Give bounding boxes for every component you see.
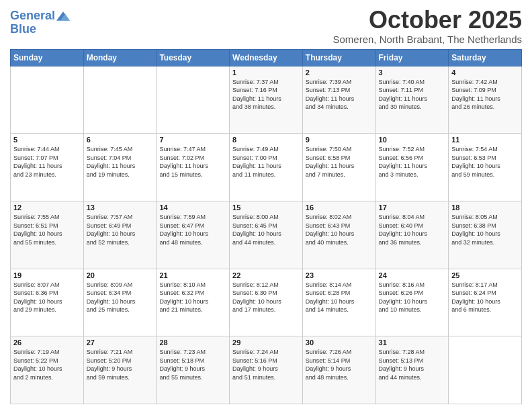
- day-number: 3: [379, 68, 446, 77]
- day-info: Sunrise: 7:55 AM Sunset: 6:51 PM Dayligh…: [13, 213, 81, 246]
- calendar-cell: 19Sunrise: 8:07 AM Sunset: 6:36 PM Dayli…: [11, 269, 84, 336]
- calendar-cell: 17Sunrise: 8:04 AM Sunset: 6:40 PM Dayli…: [375, 201, 449, 269]
- day-info: Sunrise: 8:07 AM Sunset: 6:36 PM Dayligh…: [13, 281, 81, 314]
- calendar-cell: 20Sunrise: 8:09 AM Sunset: 6:34 PM Dayli…: [83, 269, 157, 336]
- day-number: 11: [451, 136, 519, 144]
- day-number: 7: [159, 136, 226, 144]
- day-info: Sunrise: 7:44 AM Sunset: 7:07 PM Dayligh…: [13, 145, 81, 179]
- day-number: 6: [87, 136, 154, 144]
- calendar-cell: [157, 66, 230, 134]
- calendar-week-0: 1Sunrise: 7:37 AM Sunset: 7:16 PM Daylig…: [11, 66, 522, 134]
- day-number: 22: [232, 271, 300, 279]
- calendar-cell: 31Sunrise: 7:28 AM Sunset: 5:13 PM Dayli…: [375, 336, 449, 404]
- day-info: Sunrise: 7:39 AM Sunset: 7:13 PM Dayligh…: [306, 78, 373, 111]
- day-info: Sunrise: 8:02 AM Sunset: 6:43 PM Dayligh…: [306, 213, 373, 246]
- calendar-cell: 4Sunrise: 7:42 AM Sunset: 7:09 PM Daylig…: [449, 66, 522, 134]
- calendar-cell: 22Sunrise: 8:12 AM Sunset: 6:30 PM Dayli…: [230, 269, 303, 336]
- calendar-cell: 7Sunrise: 7:47 AM Sunset: 7:02 PM Daylig…: [157, 134, 230, 201]
- logo-text: General: [10, 9, 55, 23]
- day-info: Sunrise: 7:59 AM Sunset: 6:47 PM Dayligh…: [159, 213, 226, 246]
- day-info: Sunrise: 8:04 AM Sunset: 6:40 PM Dayligh…: [379, 213, 446, 246]
- day-info: Sunrise: 7:23 AM Sunset: 5:18 PM Dayligh…: [159, 348, 226, 381]
- day-number: 23: [306, 271, 373, 279]
- calendar-cell: 5Sunrise: 7:44 AM Sunset: 7:07 PM Daylig…: [11, 134, 84, 201]
- month-title: October 2025: [332, 7, 522, 34]
- calendar-cell: 8Sunrise: 7:49 AM Sunset: 7:00 PM Daylig…: [230, 134, 303, 201]
- day-number: 1: [232, 68, 300, 77]
- calendar-week-4: 26Sunrise: 7:19 AM Sunset: 5:22 PM Dayli…: [11, 336, 522, 404]
- day-info: Sunrise: 8:14 AM Sunset: 6:28 PM Dayligh…: [306, 281, 373, 314]
- calendar-header-row: SundayMondayTuesdayWednesdayThursdayFrid…: [11, 49, 522, 66]
- day-info: Sunrise: 7:50 AM Sunset: 6:58 PM Dayligh…: [306, 145, 373, 179]
- day-info: Sunrise: 7:26 AM Sunset: 5:14 PM Dayligh…: [306, 348, 373, 381]
- day-number: 10: [379, 136, 446, 144]
- calendar-cell: [11, 66, 84, 134]
- calendar-cell: 11Sunrise: 7:54 AM Sunset: 6:53 PM Dayli…: [449, 134, 522, 201]
- day-info: Sunrise: 7:37 AM Sunset: 7:16 PM Dayligh…: [232, 78, 300, 111]
- day-info: Sunrise: 8:00 AM Sunset: 6:45 PM Dayligh…: [232, 213, 300, 246]
- day-number: 25: [451, 271, 519, 279]
- day-info: Sunrise: 8:17 AM Sunset: 6:24 PM Dayligh…: [451, 281, 519, 314]
- day-number: 24: [379, 271, 446, 279]
- day-number: 15: [232, 203, 300, 212]
- calendar-cell: 13Sunrise: 7:57 AM Sunset: 6:49 PM Dayli…: [83, 201, 157, 269]
- calendar-cell: 10Sunrise: 7:52 AM Sunset: 6:56 PM Dayli…: [375, 134, 449, 201]
- calendar-cell: 3Sunrise: 7:40 AM Sunset: 7:11 PM Daylig…: [375, 66, 449, 134]
- day-number: 12: [13, 203, 81, 212]
- calendar-week-2: 12Sunrise: 7:55 AM Sunset: 6:51 PM Dayli…: [11, 201, 522, 269]
- day-info: Sunrise: 8:05 AM Sunset: 6:38 PM Dayligh…: [451, 213, 519, 246]
- calendar-cell: 21Sunrise: 8:10 AM Sunset: 6:32 PM Dayli…: [157, 269, 230, 336]
- day-info: Sunrise: 8:16 AM Sunset: 6:26 PM Dayligh…: [379, 281, 446, 314]
- day-info: Sunrise: 7:57 AM Sunset: 6:49 PM Dayligh…: [87, 213, 154, 246]
- logo: General Blue: [10, 9, 70, 36]
- page: General Blue October 2025 Someren, North…: [0, 0, 532, 411]
- day-number: 29: [232, 338, 300, 347]
- calendar-cell: 15Sunrise: 8:00 AM Sunset: 6:45 PM Dayli…: [230, 201, 303, 269]
- day-number: 2: [306, 68, 373, 77]
- day-info: Sunrise: 7:24 AM Sunset: 5:16 PM Dayligh…: [232, 348, 300, 381]
- calendar-week-1: 5Sunrise: 7:44 AM Sunset: 7:07 PM Daylig…: [11, 134, 522, 201]
- calendar-cell: 18Sunrise: 8:05 AM Sunset: 6:38 PM Dayli…: [449, 201, 522, 269]
- day-header-thursday: Thursday: [302, 49, 375, 66]
- day-info: Sunrise: 7:40 AM Sunset: 7:11 PM Dayligh…: [379, 78, 446, 111]
- calendar-cell: 30Sunrise: 7:26 AM Sunset: 5:14 PM Dayli…: [302, 336, 375, 404]
- day-header-friday: Friday: [375, 49, 449, 66]
- calendar-week-3: 19Sunrise: 8:07 AM Sunset: 6:36 PM Dayli…: [11, 269, 522, 336]
- day-number: 14: [159, 203, 226, 212]
- calendar-cell: 27Sunrise: 7:21 AM Sunset: 5:20 PM Dayli…: [83, 336, 157, 404]
- day-info: Sunrise: 7:45 AM Sunset: 7:04 PM Dayligh…: [87, 145, 154, 179]
- calendar-cell: 29Sunrise: 7:24 AM Sunset: 5:16 PM Dayli…: [230, 336, 303, 404]
- day-number: 17: [379, 203, 446, 212]
- day-info: Sunrise: 8:12 AM Sunset: 6:30 PM Dayligh…: [232, 281, 300, 314]
- day-info: Sunrise: 7:47 AM Sunset: 7:02 PM Dayligh…: [159, 145, 226, 179]
- day-number: 20: [87, 271, 154, 279]
- calendar-cell: 1Sunrise: 7:37 AM Sunset: 7:16 PM Daylig…: [230, 66, 303, 134]
- calendar: SundayMondayTuesdayWednesdayThursdayFrid…: [10, 49, 522, 404]
- day-number: 30: [306, 338, 373, 347]
- calendar-cell: 24Sunrise: 8:16 AM Sunset: 6:26 PM Dayli…: [375, 269, 449, 336]
- calendar-cell: 26Sunrise: 7:19 AM Sunset: 5:22 PM Dayli…: [11, 336, 84, 404]
- day-info: Sunrise: 7:54 AM Sunset: 6:53 PM Dayligh…: [451, 145, 519, 179]
- day-info: Sunrise: 7:42 AM Sunset: 7:09 PM Dayligh…: [451, 78, 519, 111]
- day-info: Sunrise: 7:52 AM Sunset: 6:56 PM Dayligh…: [379, 145, 446, 179]
- day-info: Sunrise: 8:09 AM Sunset: 6:34 PM Dayligh…: [87, 281, 154, 314]
- calendar-cell: 2Sunrise: 7:39 AM Sunset: 7:13 PM Daylig…: [302, 66, 375, 134]
- day-header-monday: Monday: [83, 49, 157, 66]
- calendar-cell: [449, 336, 522, 404]
- calendar-cell: 23Sunrise: 8:14 AM Sunset: 6:28 PM Dayli…: [302, 269, 375, 336]
- day-info: Sunrise: 7:49 AM Sunset: 7:00 PM Dayligh…: [232, 145, 300, 179]
- day-number: 28: [159, 338, 226, 347]
- day-header-wednesday: Wednesday: [230, 49, 303, 66]
- day-number: 26: [13, 338, 81, 347]
- day-info: Sunrise: 7:19 AM Sunset: 5:22 PM Dayligh…: [13, 348, 81, 381]
- calendar-cell: 25Sunrise: 8:17 AM Sunset: 6:24 PM Dayli…: [449, 269, 522, 336]
- calendar-cell: [83, 66, 157, 134]
- day-number: 16: [306, 203, 373, 212]
- day-number: 4: [451, 68, 519, 77]
- logo-icon: [56, 9, 70, 23]
- logo-text-blue: Blue: [10, 23, 70, 36]
- day-header-saturday: Saturday: [449, 49, 522, 66]
- day-number: 8: [232, 136, 300, 144]
- location: Someren, North Brabant, The Netherlands: [332, 34, 522, 45]
- calendar-cell: 28Sunrise: 7:23 AM Sunset: 5:18 PM Dayli…: [157, 336, 230, 404]
